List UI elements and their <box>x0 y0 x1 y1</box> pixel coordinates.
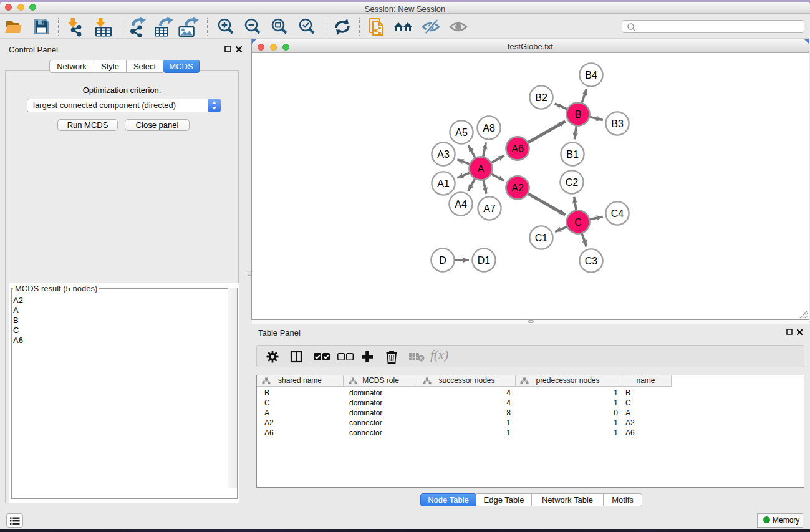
svg-text:A: A <box>478 163 485 174</box>
svg-text:C: C <box>574 217 582 228</box>
svg-text:B1: B1 <box>566 149 579 160</box>
svg-text:B: B <box>575 109 582 120</box>
svg-text:B2: B2 <box>535 92 547 103</box>
svg-text:B3: B3 <box>611 118 624 129</box>
svg-text:A8: A8 <box>483 123 495 133</box>
svg-text:D: D <box>439 255 446 266</box>
svg-text:A5: A5 <box>455 127 468 138</box>
svg-text:C3: C3 <box>585 256 598 266</box>
svg-text:A3: A3 <box>437 149 450 160</box>
svg-text:B4: B4 <box>585 70 597 80</box>
svg-text:A2: A2 <box>511 183 524 193</box>
svg-text:D1: D1 <box>478 255 491 266</box>
svg-text:A1: A1 <box>437 178 450 189</box>
svg-text:C4: C4 <box>611 208 624 219</box>
svg-text:A4: A4 <box>455 199 467 210</box>
svg-text:A6: A6 <box>511 143 524 154</box>
svg-text:C1: C1 <box>535 233 548 243</box>
svg-text:A7: A7 <box>483 203 496 214</box>
svg-text:C2: C2 <box>566 177 579 188</box>
